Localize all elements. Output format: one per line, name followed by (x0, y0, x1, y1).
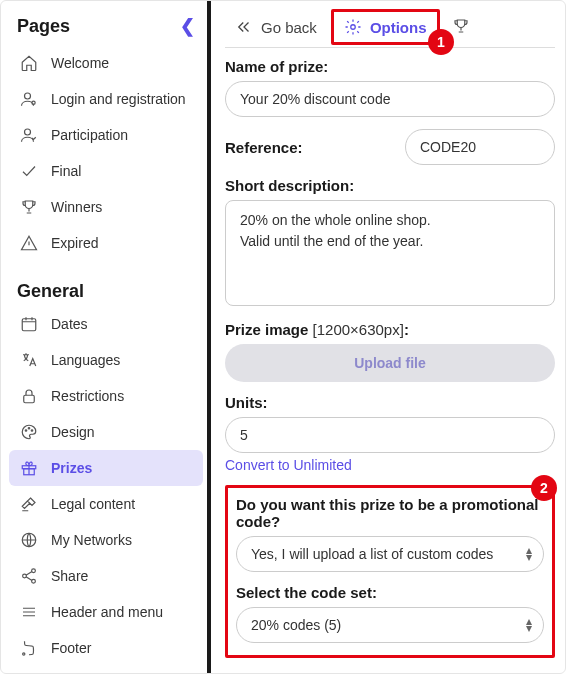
chevrons-left-icon (235, 18, 253, 36)
svg-point-5 (25, 430, 27, 432)
main-panel: Go back Options 1 Name of prize: Referen… (211, 1, 565, 673)
globe-icon (19, 530, 39, 550)
prize-image-dim: [1200×630px] (308, 321, 404, 338)
warning-icon (19, 233, 39, 253)
gavel-icon (19, 494, 39, 514)
topbar: Go back Options (225, 9, 555, 48)
sidebar-item-languages[interactable]: Languages (9, 342, 203, 378)
upload-file-button[interactable]: Upload file (225, 344, 555, 382)
reference-label: Reference: (225, 139, 395, 156)
sidebar-item-prizes[interactable]: Prizes (9, 450, 203, 486)
nav-label: Legal content (51, 496, 135, 512)
nav-label: Footer (51, 640, 91, 656)
home-icon (19, 53, 39, 73)
sidebar-title-pages: Pages (17, 16, 70, 37)
user-check-icon (19, 125, 39, 145)
reference-input[interactable] (405, 129, 555, 165)
gift-icon (19, 458, 39, 478)
svg-rect-3 (22, 319, 36, 331)
gear-icon (344, 18, 362, 36)
prize-image-label-text: Prize image (225, 321, 308, 338)
translate-icon (19, 350, 39, 370)
sidebar-item-dates[interactable]: Dates (9, 306, 203, 342)
share-icon (19, 566, 39, 586)
user-plus-icon (19, 89, 39, 109)
sidebar-item-share[interactable]: Share (9, 558, 203, 594)
promotional-code-section: 2 Do you want this prize to be a promoti… (225, 485, 555, 658)
sidebar-item-design[interactable]: Design (9, 414, 203, 450)
lock-icon (19, 386, 39, 406)
go-back-label: Go back (261, 19, 317, 36)
nav-label: My Networks (51, 532, 132, 548)
svg-point-6 (28, 428, 30, 430)
sidebar-item-networks[interactable]: My Networks (9, 522, 203, 558)
options-tab[interactable]: Options (331, 9, 440, 45)
sidebar: Pages ❮ Welcome Login and registration P… (1, 1, 211, 673)
collapse-sidebar-icon[interactable]: ❮ (180, 15, 195, 37)
nav-label: Languages (51, 352, 120, 368)
check-icon (19, 161, 39, 181)
palette-icon (19, 422, 39, 442)
trophy-icon (452, 17, 470, 35)
svg-point-14 (23, 653, 25, 655)
nav-label: Login and registration (51, 91, 186, 107)
sidebar-item-expired[interactable]: Expired (9, 225, 203, 261)
nav-label: Expired (51, 235, 98, 251)
sidebar-item-welcome[interactable]: Welcome (9, 45, 203, 81)
nav-label: Prizes (51, 460, 92, 476)
trophy-icon (19, 197, 39, 217)
nav-label: Header and menu (51, 604, 163, 620)
annotation-badge-2: 2 (531, 475, 557, 501)
name-of-prize-label: Name of prize: (225, 58, 555, 75)
sidebar-title-general: General (9, 275, 203, 306)
name-of-prize-input[interactable] (225, 81, 555, 117)
units-label: Units: (225, 394, 555, 411)
convert-unlimited-link[interactable]: Convert to Unlimited (225, 457, 352, 473)
svg-point-0 (25, 93, 31, 99)
short-description-label: Short description: (225, 177, 555, 194)
svg-rect-4 (24, 395, 35, 403)
sidebar-item-legal[interactable]: Legal content (9, 486, 203, 522)
sidebar-item-login[interactable]: Login and registration (9, 81, 203, 117)
sidebar-item-final[interactable]: Final (9, 153, 203, 189)
sidebar-item-participation[interactable]: Participation (9, 117, 203, 153)
svg-point-2 (25, 129, 31, 135)
codeset-select[interactable]: 20% codes (5) (236, 607, 544, 643)
sidebar-item-header-menu[interactable]: Header and menu (9, 594, 203, 630)
annotation-badge-1: 1 (428, 29, 454, 55)
nav-label: Welcome (51, 55, 109, 71)
promo-select[interactable]: Yes, I will upload a list of custom code… (236, 536, 544, 572)
options-label: Options (370, 19, 427, 36)
prize-image-colon: : (404, 321, 409, 338)
go-back-button[interactable]: Go back (225, 12, 327, 42)
sidebar-item-winners[interactable]: Winners (9, 189, 203, 225)
svg-point-7 (31, 430, 33, 432)
nav-label: Participation (51, 127, 128, 143)
nav-label: Share (51, 568, 88, 584)
svg-point-1 (32, 101, 35, 104)
menu-icon (19, 602, 39, 622)
sidebar-item-restrictions[interactable]: Restrictions (9, 378, 203, 414)
nav-label: Restrictions (51, 388, 124, 404)
footer-icon (19, 638, 39, 658)
nav-label: Winners (51, 199, 102, 215)
nav-label: Design (51, 424, 95, 440)
prize-image-label: Prize image [1200×630px]: (225, 321, 555, 338)
short-description-textarea[interactable] (225, 200, 555, 306)
promo-question-label: Do you want this prize to be a promotion… (236, 496, 544, 530)
codeset-label: Select the code set: (236, 584, 544, 601)
sidebar-item-footer[interactable]: Footer (9, 630, 203, 666)
svg-point-15 (351, 25, 356, 30)
nav-label: Dates (51, 316, 88, 332)
calendar-icon (19, 314, 39, 334)
units-input[interactable] (225, 417, 555, 453)
nav-label: Final (51, 163, 81, 179)
